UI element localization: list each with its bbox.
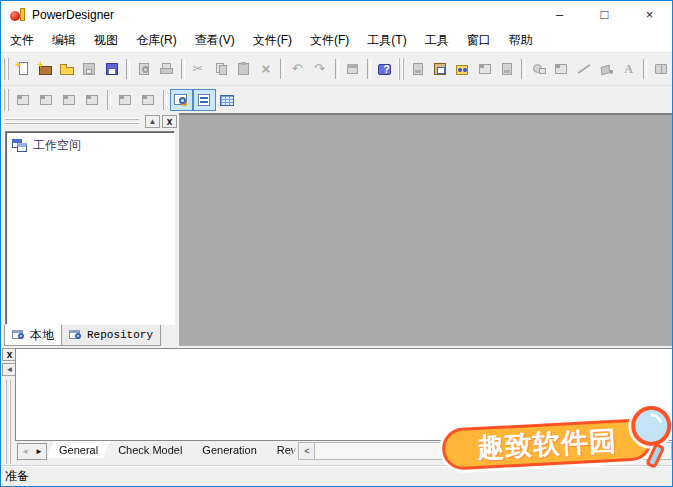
panel-tab-local[interactable]: 本地 — [4, 325, 62, 346]
frame-button[interactable] — [551, 58, 573, 80]
dictionary-button[interactable] — [650, 58, 672, 80]
panel-close-button[interactable]: x — [162, 115, 177, 128]
dictionary-icon — [653, 61, 670, 77]
generate-button[interactable] — [496, 58, 518, 80]
panel-tab-repository[interactable]: Repository — [61, 325, 161, 346]
model-window-button-1[interactable] — [12, 89, 35, 111]
output-tab-generation[interactable]: Generation — [190, 441, 268, 458]
menu-edit[interactable]: 编辑 — [43, 29, 85, 52]
new-model-icon — [14, 61, 31, 77]
print-icon — [158, 61, 175, 77]
diagram-window-button-2[interactable] — [137, 89, 160, 111]
model-window-icon — [15, 92, 32, 108]
frame-icon — [553, 61, 570, 77]
maximize-button[interactable]: □ — [582, 1, 627, 28]
diagram-window-icon — [117, 92, 134, 108]
hscroll-left-button[interactable]: < — [299, 443, 315, 459]
model-window-button-2[interactable] — [35, 89, 58, 111]
menu-file-f1[interactable]: 文件(F) — [244, 29, 301, 52]
paste-button[interactable] — [232, 58, 254, 80]
browser-panel-header[interactable]: ▲ x — [1, 113, 179, 130]
toolbar-view — [1, 86, 672, 114]
output-tabs: GeneralCheck ModelGenerationRev — [51, 441, 298, 458]
redo-icon — [312, 61, 329, 77]
copy-button[interactable] — [210, 58, 232, 80]
output-tab-general[interactable]: General — [47, 441, 110, 458]
tab-scroll-left-button[interactable]: ◄ — [18, 444, 32, 459]
properties-button[interactable] — [342, 58, 364, 80]
edit-button[interactable] — [474, 58, 496, 80]
menu-file[interactable]: 文件 — [1, 29, 43, 52]
toolbar-grip[interactable] — [398, 58, 405, 80]
delete-button[interactable] — [255, 58, 277, 80]
tab-scroll-right-button[interactable]: ► — [32, 444, 46, 459]
cut-button[interactable] — [188, 58, 210, 80]
menu-tools-t[interactable]: 工具(T) — [358, 29, 415, 52]
mdi-canvas[interactable] — [179, 113, 672, 346]
browser-icon — [173, 92, 190, 108]
diagram-window-icon — [140, 92, 157, 108]
shape-button[interactable] — [528, 58, 550, 80]
paste-as-shortcut-button[interactable] — [429, 58, 451, 80]
diagram-window-button-1[interactable] — [114, 89, 137, 111]
print-preview-icon — [136, 61, 153, 77]
menu-window[interactable]: 窗口 — [458, 29, 500, 52]
line-button[interactable] — [573, 58, 595, 80]
model-window-button-4[interactable] — [81, 89, 104, 111]
output-toggle-button[interactable] — [193, 89, 216, 111]
window-title: PowerDesigner — [32, 8, 114, 22]
model-window-button-3[interactable] — [58, 89, 81, 111]
menu-browse[interactable]: 查看(V) — [186, 29, 244, 52]
print-preview-button[interactable] — [133, 58, 155, 80]
browser-toggle-button[interactable] — [170, 89, 193, 111]
app-icon — [10, 7, 26, 23]
delete-icon — [257, 61, 274, 77]
output-panel-titlebar[interactable]: x ◄ — [2, 348, 15, 464]
output-tab-check-model[interactable]: Check Model — [106, 441, 194, 458]
menu-view[interactable]: 视图 — [85, 29, 127, 52]
tree-item-label: 工作空间 — [33, 137, 81, 154]
panel-grip[interactable] — [5, 118, 139, 125]
paste-as-shortcut-icon — [432, 61, 449, 77]
help-icon — [376, 61, 393, 77]
menu-tools[interactable]: 工具 — [416, 29, 458, 52]
fill-color-button[interactable] — [595, 58, 617, 80]
close-button[interactable]: × — [627, 1, 672, 28]
find-objects-button[interactable] — [452, 58, 474, 80]
powerdesigner-window: PowerDesigner – □ × 文件编辑视图仓库(R)查看(V)文件(F… — [0, 0, 673, 487]
undo-icon — [290, 61, 307, 77]
toolbar-separator — [521, 59, 525, 79]
output-tab-reverse[interactable]: Rev — [265, 441, 299, 458]
undo-button[interactable] — [287, 58, 309, 80]
save-all-button[interactable] — [101, 58, 123, 80]
new-workspace-button[interactable] — [34, 58, 56, 80]
workspace-tree[interactable]: 工作空间 — [5, 131, 175, 325]
add-shortcut-icon — [410, 61, 427, 77]
save-all-icon — [104, 61, 121, 77]
panel-expand-button[interactable]: ▲ — [145, 115, 160, 128]
help-button[interactable] — [374, 58, 396, 80]
print-button[interactable] — [156, 58, 178, 80]
output-tab-scroll: ◄ ► — [17, 443, 47, 460]
tree-item-workspace[interactable]: 工作空间 — [6, 132, 174, 154]
redo-button[interactable] — [309, 58, 331, 80]
workspace-icon — [12, 139, 28, 153]
save-icon — [81, 61, 98, 77]
text-button[interactable] — [618, 58, 640, 80]
menu-file-f2[interactable]: 文件(F) — [301, 29, 358, 52]
add-shortcut-button[interactable] — [407, 58, 429, 80]
toolbar-separator — [280, 59, 284, 79]
toolbar-grip[interactable] — [3, 58, 10, 80]
new-model-button[interactable] — [12, 58, 34, 80]
minimize-button[interactable]: – — [537, 1, 582, 28]
toolbar-grip[interactable] — [3, 89, 10, 111]
result-list-icon — [219, 92, 236, 108]
fill-color-icon — [598, 61, 615, 77]
menu-help[interactable]: 帮助 — [500, 29, 542, 52]
open-button[interactable] — [56, 58, 78, 80]
panel-tab-repository-icon — [69, 329, 83, 341]
menu-repository[interactable]: 仓库(R) — [127, 29, 186, 52]
result-list-button[interactable] — [216, 89, 239, 111]
save-button[interactable] — [79, 58, 101, 80]
output-grip[interactable] — [5, 380, 12, 464]
